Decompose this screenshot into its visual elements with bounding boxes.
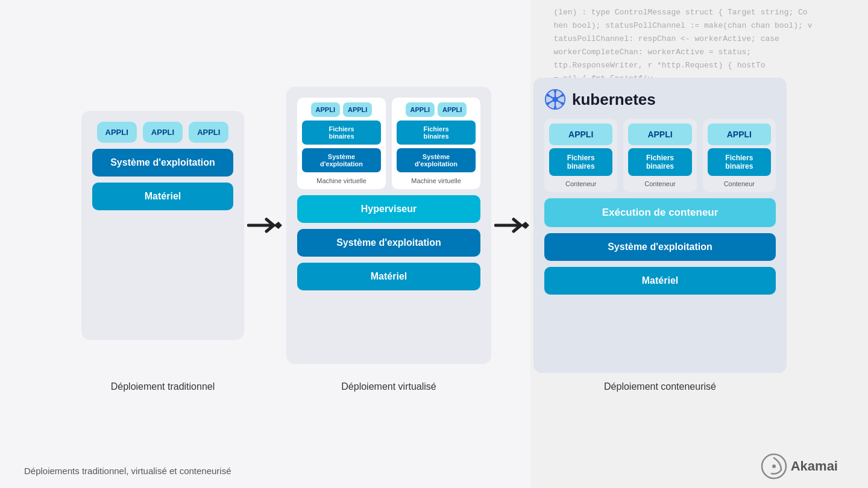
traditional-appli-row: APPLI APPLI APPLI — [92, 122, 233, 143]
virtualized-os-layer: Système d'exploitation — [297, 229, 480, 257]
containers-row: APPLI Fichiersbinaires Conteneur APPLI F… — [544, 119, 776, 192]
arrow-2 — [491, 217, 533, 234]
vm2-files-layer: Fichiersbinaires — [397, 120, 476, 145]
svg-point-13 — [554, 106, 557, 109]
captions-row: Déploiement traditionnel Déploiement vir… — [24, 381, 844, 392]
svg-point-11 — [561, 94, 564, 97]
traditional-appli-2: APPLI — [143, 122, 183, 143]
svg-point-10 — [554, 90, 557, 93]
svg-point-12 — [561, 102, 564, 105]
vm1-label: Machine virtuelle — [316, 177, 366, 184]
traditional-os-layer: Système d'exploitation — [92, 149, 233, 177]
vm2-appli-row: APPLI APPLI — [406, 102, 467, 117]
caption-containerized: Déploiement conteneurisé — [533, 381, 787, 392]
caption-virtualized: Déploiement virtualisé — [286, 381, 491, 392]
vm1-os-layer: Systèmed'exploitation — [302, 148, 381, 172]
k8s-header: kubernetes — [544, 89, 656, 110]
vm-box-1: APPLI APPLI Fichiersbinaires Systèmed'ex… — [297, 98, 386, 189]
virtualized-hardware-layer: Matériel — [297, 263, 480, 290]
container-box-2: APPLI Fichiersbinaires Conteneur — [623, 119, 696, 192]
svg-marker-1 — [521, 222, 529, 229]
vm1-appli-row: APPLI APPLI — [311, 102, 373, 117]
arrow-1 — [244, 217, 286, 234]
svg-point-16 — [553, 97, 558, 102]
container2-appli: APPLI — [628, 124, 691, 145]
vm-row: APPLI APPLI Fichiersbinaires Systèmed'ex… — [297, 98, 480, 189]
container1-files: Fichiersbinaires — [549, 148, 612, 176]
vm1-files-layer: Fichiersbinaires — [302, 120, 381, 145]
containerized-hardware-layer: Matériel — [544, 267, 776, 295]
container3-label: Conteneur — [724, 180, 755, 187]
vm2-label: Machine virtuelle — [411, 177, 461, 184]
svg-point-15 — [547, 94, 550, 97]
vm2-appli-2: APPLI — [438, 102, 467, 117]
virtualized-hypervisor-layer: Hyperviseur — [297, 195, 480, 223]
containerized-diagram: kubernetes APPLI Fichiersbinaires Conten… — [533, 78, 787, 373]
diagrams-row: APPLI APPLI APPLI Système d'exploitation… — [24, 78, 844, 373]
traditional-diagram: APPLI APPLI APPLI Système d'exploitation… — [81, 111, 244, 340]
container2-files: Fichiersbinaires — [628, 148, 691, 176]
traditional-appli-1: APPLI — [97, 122, 137, 143]
vm1-appli-2: APPLI — [343, 102, 372, 117]
vm2-os-layer: Systèmed'exploitation — [397, 148, 476, 172]
container3-appli: APPLI — [708, 124, 771, 145]
container-box-1: APPLI Fichiersbinaires Conteneur — [544, 119, 617, 192]
containerized-os-layer: Système d'exploitation — [544, 233, 776, 261]
caption-traditional: Déploiement traditionnel — [81, 381, 244, 392]
container2-label: Conteneur — [644, 180, 675, 187]
svg-point-14 — [547, 102, 550, 105]
traditional-appli-3: APPLI — [189, 122, 228, 143]
virtualized-diagram: APPLI APPLI Fichiersbinaires Systèmed'ex… — [286, 87, 491, 364]
container-box-3: APPLI Fichiersbinaires Conteneur — [703, 119, 776, 192]
svg-marker-0 — [274, 222, 282, 229]
vm-box-2: APPLI APPLI Fichiersbinaires Systèmed'ex… — [392, 98, 480, 189]
container1-label: Conteneur — [565, 180, 596, 187]
container3-files: Fichiersbinaires — [708, 148, 771, 176]
containerized-runtime-layer: Exécution de conteneur — [544, 198, 776, 227]
vm2-appli-1: APPLI — [406, 102, 435, 117]
vm1-appli-1: APPLI — [311, 102, 340, 117]
k8s-title: kubernetes — [572, 90, 656, 109]
kubernetes-icon — [544, 89, 566, 110]
main-content: APPLI APPLI APPLI Système d'exploitation… — [0, 0, 868, 488]
container1-appli: APPLI — [549, 124, 612, 145]
traditional-hardware-layer: Matériel — [92, 183, 233, 210]
